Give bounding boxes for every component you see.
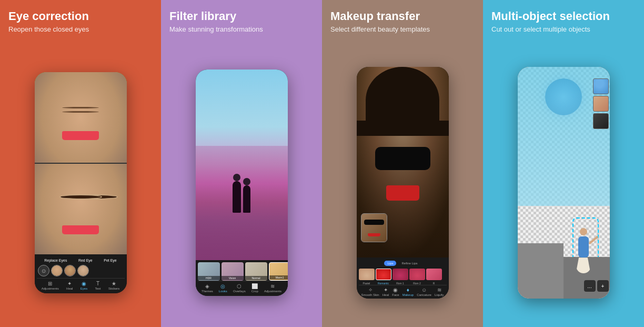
stickers-label: Stickers — [108, 287, 119, 290]
text-icon-item[interactable]: T Text — [95, 281, 101, 290]
makeup-icon-item[interactable]: ♦ Makeup — [402, 287, 414, 296]
dancer-skirt — [576, 257, 591, 273]
eye-correction-screen: Replace Eyes Red Eye Pet Eye ⊙ ⊞ Adjustm… — [35, 72, 127, 293]
eye-thumb-3[interactable] — [77, 265, 89, 276]
makeup-transfer-subtitle: Select different beauty templates — [330, 25, 475, 33]
makeup-transfer-header: Makeup transfer Select different beauty … — [322, 0, 483, 38]
eye-thumb-icon[interactable]: ⊙ — [38, 265, 49, 276]
text-icon: T — [96, 281, 99, 286]
liquify-icon-item[interactable]: ≋ Liquify — [435, 287, 444, 296]
themes-label: Themes — [202, 290, 213, 293]
eye-thumb-1[interactable] — [51, 265, 63, 276]
makeup-main-photo — [357, 67, 449, 257]
filter-thumb-strip: HDR Vision Normal Warm1 — [198, 262, 286, 281]
heal-label: Heal — [66, 287, 73, 290]
eye-correction-subtitle: Reopen those closed eyes — [8, 25, 153, 33]
multi-object-panel: Multi-object selection Cut out or select… — [483, 0, 644, 327]
looks-icon-item[interactable]: ◎ Looks — [219, 283, 227, 293]
filter-library-header: Filter library Make stunning transformat… — [161, 0, 322, 38]
face-open — [35, 164, 127, 254]
side-thumb-scene[interactable] — [593, 113, 609, 129]
more-button[interactable]: ... — [584, 280, 596, 292]
makeup-heal-icon: ✦ — [384, 287, 388, 293]
filter-thumb-normal[interactable]: Normal — [245, 262, 267, 281]
lip-label-r: R — [426, 282, 442, 285]
adjustments-label: Adjustments — [42, 287, 59, 290]
eye-correction-title: Eye correction — [8, 9, 153, 23]
filter-library-title: Filter library — [169, 9, 314, 23]
replace-eyes-label: Replace Eyes — [44, 259, 67, 262]
red-eye-label: Red Eye — [78, 259, 93, 262]
makeup-bottom-icons: ✧ Smooth Skin ✦ Heal ◉ Face ♦ Makeup — [359, 285, 447, 298]
caricature-icon-item[interactable]: ☺ Caricature — [417, 287, 431, 296]
themes-icon: ◈ — [205, 283, 209, 289]
overlays-label: Overlays — [233, 290, 246, 293]
smooth-skin-icon: ✧ — [368, 287, 373, 293]
face-icon-item[interactable]: ◉ Face — [392, 287, 399, 296]
lip-option-r[interactable] — [426, 269, 442, 280]
multi-object-mockup: ... + — [483, 38, 644, 327]
lip-option-rom2[interactable] — [409, 269, 425, 280]
eye-correction-panel: Eye correction Reopen those closed eyes … — [0, 0, 161, 327]
makeup-lip-options — [359, 267, 447, 282]
couple-silhouette — [233, 181, 250, 213]
smooth-skin-icon-item[interactable]: ✧ Smooth Skin — [361, 287, 379, 296]
makeup-heal-icon-item[interactable]: ✦ Heal — [383, 287, 389, 296]
filter-adjustments-icon-item[interactable]: ≋ Adjustments — [264, 283, 281, 293]
filter-thumb-vision[interactable]: Vision — [222, 262, 244, 281]
filter-hdr-label: HDR — [198, 276, 220, 280]
bottom-action-buttons: ... + — [584, 280, 609, 292]
eyes-icon: ◉ — [82, 281, 86, 286]
lip-option-pastel[interactable] — [359, 269, 375, 280]
side-thumb-moon[interactable] — [593, 78, 609, 94]
dancer-figure[interactable] — [576, 228, 591, 275]
multi-object-screen: ... + — [518, 67, 610, 299]
overlays-icon-item[interactable]: ⬡ Overlays — [233, 283, 246, 293]
side-thumb-person[interactable] — [593, 96, 609, 112]
filter-thumb-hdr[interactable]: HDR — [198, 262, 220, 281]
filter-vision-label: Vision — [222, 276, 244, 280]
adjustments-icon: ⊞ — [48, 281, 52, 286]
makeup-icon: ♦ — [407, 287, 409, 293]
multi-object-title: Multi-object selection — [491, 9, 636, 23]
crop-icon-item[interactable]: ⬜ Crop — [251, 283, 258, 293]
lip-label-rom2: Rom 2 — [409, 282, 425, 285]
makeup-transfer-title: Makeup transfer — [330, 9, 475, 23]
person-2 — [243, 185, 250, 213]
stickers-icon-item[interactable]: ★ Stickers — [108, 281, 119, 290]
themes-icon-item[interactable]: ◈ Themes — [202, 283, 213, 293]
makeup-tabs: Lips Refine Lips — [359, 260, 447, 267]
eye-toolbar: Replace Eyes Red Eye Pet Eye ⊙ ⊞ Adjustm… — [35, 254, 127, 293]
makeup-transfer-panel: Makeup transfer Select different beauty … — [322, 0, 483, 327]
liquify-label: Liquify — [435, 293, 444, 296]
eye-thumb-2[interactable] — [64, 265, 76, 276]
multi-object-subtitle: Cut out or select multiple objects — [491, 25, 636, 33]
crop-label: Crop — [251, 290, 258, 293]
lip-option-romantic[interactable] — [376, 269, 391, 280]
heal-icon-item[interactable]: ✦ Heal — [66, 281, 73, 290]
lips-open-face — [62, 225, 99, 234]
filter-thumb-warm[interactable]: Warm1 — [269, 262, 288, 281]
multi-object-header: Multi-object selection Cut out or select… — [483, 0, 644, 38]
eyes-icon-item[interactable]: ◉ Eyes — [80, 281, 87, 290]
makeup-inset-thumb — [361, 213, 387, 242]
eye-thumb-row: ⊙ — [37, 263, 125, 278]
lips-closed-face — [62, 131, 99, 140]
filter-adjustments-label: Adjustments — [264, 290, 281, 293]
makeup-lip-labels: Pastel Romantic Rom 1 Rom 2 R — [359, 282, 447, 285]
eye-closed-photo — [35, 72, 127, 163]
lips-tab[interactable]: Lips — [384, 261, 396, 266]
adjustments-icon-item[interactable]: ⊞ Adjustments — [42, 281, 59, 290]
person-1 — [233, 181, 241, 213]
side-thumbnail-panel — [593, 78, 609, 129]
sunglasses — [375, 147, 430, 170]
add-button[interactable]: + — [597, 280, 609, 292]
lip-option-rom1[interactable] — [393, 269, 408, 280]
looks-label: Looks — [219, 290, 227, 293]
lip-label-rom1: Rom 1 — [393, 282, 408, 285]
refine-lips-tab[interactable]: Refine Lips — [398, 261, 420, 266]
filter-warm-label: Warm1 — [269, 275, 288, 280]
makeup-label: Makeup — [402, 293, 414, 296]
makeup-transfer-mockup: Lips Refine Lips Pastel Romantic Rom 1 R… — [322, 38, 483, 327]
filter-library-screen: HDR Vision Normal Warm1 — [196, 70, 288, 296]
